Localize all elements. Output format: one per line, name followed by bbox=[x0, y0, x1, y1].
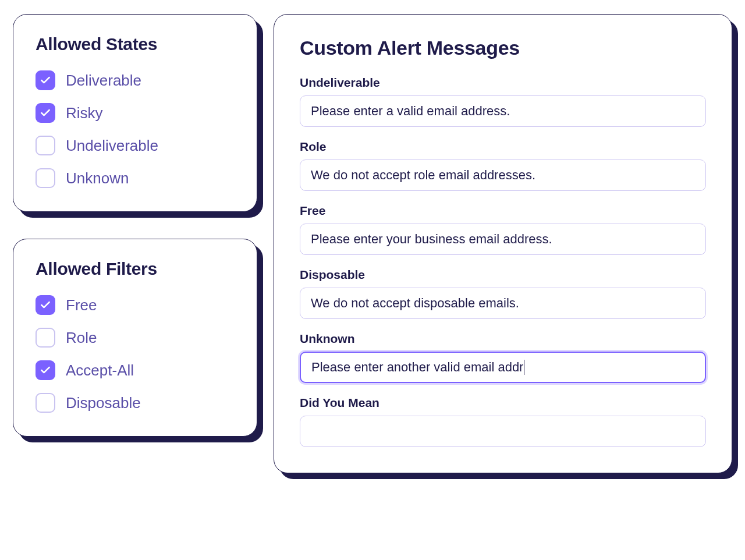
state-risky[interactable]: Risky bbox=[36, 103, 235, 123]
filter-label: Free bbox=[66, 296, 97, 314]
field-role: Role bbox=[300, 140, 706, 191]
state-label: Undeliverable bbox=[66, 137, 158, 155]
field-label-undeliverable: Undeliverable bbox=[300, 76, 706, 90]
state-label: Risky bbox=[66, 104, 103, 122]
input-did-you-mean[interactable] bbox=[300, 416, 706, 447]
field-label-free: Free bbox=[300, 204, 706, 218]
field-label-disposable: Disposable bbox=[300, 268, 706, 282]
check-icon bbox=[40, 107, 51, 119]
input-unknown[interactable]: Please enter another valid email addr bbox=[300, 352, 706, 383]
allowed-filters-list: Free Role Accept-All bbox=[36, 295, 235, 413]
filter-label: Disposable bbox=[66, 394, 141, 412]
checkbox-undeliverable[interactable] bbox=[36, 136, 55, 155]
state-label: Deliverable bbox=[66, 72, 141, 90]
field-free: Free bbox=[300, 204, 706, 255]
checkbox-unknown[interactable] bbox=[36, 168, 55, 188]
checkbox-role[interactable] bbox=[36, 328, 55, 348]
allowed-states-title: Allowed States bbox=[36, 34, 235, 54]
field-disposable: Disposable bbox=[300, 268, 706, 319]
check-icon bbox=[40, 364, 51, 376]
field-undeliverable: Undeliverable bbox=[300, 76, 706, 127]
text-caret bbox=[524, 360, 524, 375]
input-free[interactable] bbox=[300, 224, 706, 255]
checkbox-risky[interactable] bbox=[36, 103, 55, 123]
field-label-role: Role bbox=[300, 140, 706, 154]
input-role[interactable] bbox=[300, 160, 706, 191]
filter-label: Accept-All bbox=[66, 361, 134, 380]
filter-accept-all[interactable]: Accept-All bbox=[36, 360, 235, 380]
field-label-did-you-mean: Did You Mean bbox=[300, 396, 706, 410]
check-icon bbox=[40, 299, 51, 311]
allowed-filters-card: Allowed Filters Free Role bbox=[13, 239, 257, 437]
filter-label: Role bbox=[66, 329, 97, 347]
allowed-states-list: Deliverable Risky Undeliverable bbox=[36, 70, 235, 188]
state-undeliverable[interactable]: Undeliverable bbox=[36, 136, 235, 155]
field-label-unknown: Unknown bbox=[300, 332, 706, 346]
state-label: Unknown bbox=[66, 169, 129, 187]
input-disposable[interactable] bbox=[300, 288, 706, 319]
filter-role[interactable]: Role bbox=[36, 328, 235, 348]
state-deliverable[interactable]: Deliverable bbox=[36, 70, 235, 90]
filter-disposable[interactable]: Disposable bbox=[36, 393, 235, 413]
checkbox-disposable[interactable] bbox=[36, 393, 55, 413]
field-did-you-mean: Did You Mean bbox=[300, 396, 706, 447]
input-undeliverable[interactable] bbox=[300, 95, 706, 127]
checkbox-accept-all[interactable] bbox=[36, 360, 55, 380]
state-unknown[interactable]: Unknown bbox=[36, 168, 235, 188]
allowed-filters-title: Allowed Filters bbox=[36, 259, 235, 279]
checkbox-free[interactable] bbox=[36, 295, 55, 315]
checkbox-deliverable[interactable] bbox=[36, 70, 55, 90]
custom-alerts-card: Custom Alert Messages Undeliverable Role… bbox=[274, 14, 732, 473]
field-unknown: Unknown Please enter another valid email… bbox=[300, 332, 706, 383]
custom-alerts-title: Custom Alert Messages bbox=[300, 37, 706, 59]
check-icon bbox=[40, 75, 51, 86]
filter-free[interactable]: Free bbox=[36, 295, 235, 315]
allowed-states-card: Allowed States Deliverable Risky bbox=[13, 14, 257, 212]
